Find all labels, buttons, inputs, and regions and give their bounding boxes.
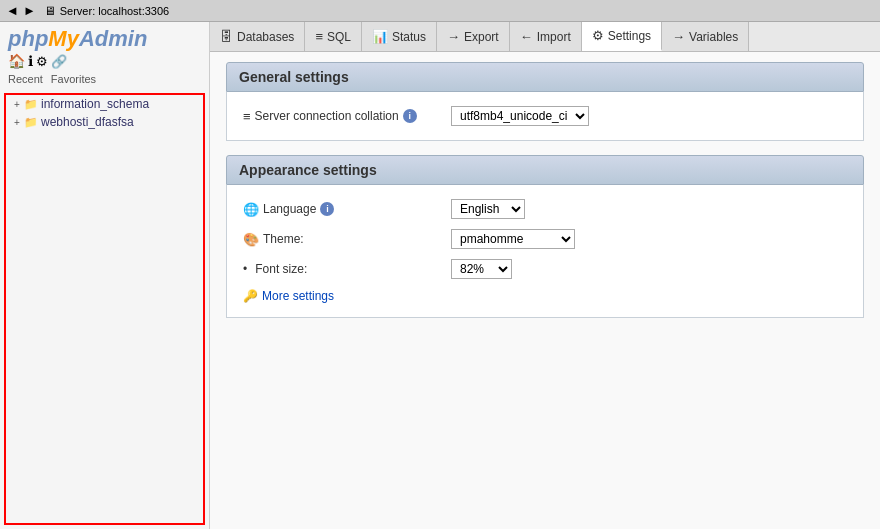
variables-tab-icon: → (672, 29, 685, 44)
logo-area: phpMyAdmin 🏠 ℹ ⚙ 🔗 (0, 22, 209, 71)
tab-export-label: Export (464, 30, 499, 44)
favorites-link[interactable]: Favorites (51, 73, 96, 85)
tab-import[interactable]: ← Import (510, 22, 582, 51)
content-body: General settings ≡ Server connection col… (210, 52, 880, 529)
collation-select[interactable]: utf8mb4_unicode_ci utf8_general_ci utf8m… (451, 106, 589, 126)
fontsize-label-area: • Font size: (243, 262, 443, 276)
top-bar: ◄ ► 🖥 Server: localhost:3306 (0, 0, 880, 22)
tab-status[interactable]: 📊 Status (362, 22, 437, 51)
appearance-settings-body: 🌐 Language i English French German Spani… (226, 185, 864, 318)
language-label: Language (263, 202, 316, 216)
tab-status-label: Status (392, 30, 426, 44)
tab-variables[interactable]: → Variables (662, 22, 749, 51)
language-info-icon[interactable]: i (320, 202, 334, 216)
home-icon[interactable]: 🏠 (8, 53, 25, 69)
theme-icon: 🎨 (243, 232, 259, 247)
db-icon: 📁 (24, 98, 38, 111)
language-icon: 🌐 (243, 202, 259, 217)
settings-tab-icon: ⚙ (592, 28, 604, 43)
tab-databases-label: Databases (237, 30, 294, 44)
theme-label-area: 🎨 Theme: (243, 232, 443, 247)
appearance-settings-section: Appearance settings 🌐 Language i English… (226, 155, 864, 318)
fontsize-label: Font size: (255, 262, 307, 276)
theme-select[interactable]: pmahomme original pmahomme_dark (451, 229, 575, 249)
general-settings-body: ≡ Server connection collation i utf8mb4_… (226, 92, 864, 141)
tab-settings[interactable]: ⚙ Settings (582, 22, 662, 51)
general-settings-section: General settings ≡ Server connection col… (226, 62, 864, 141)
import-tab-icon: ← (520, 29, 533, 44)
sidebar: phpMyAdmin 🏠 ℹ ⚙ 🔗 Recent Favorites + 📁 … (0, 22, 210, 529)
language-label-area: 🌐 Language i (243, 202, 443, 217)
logo-php: php (8, 26, 48, 51)
link-icon[interactable]: 🔗 (51, 54, 67, 69)
more-settings-icon: 🔑 (243, 289, 258, 303)
theme-label: Theme: (263, 232, 304, 246)
logo-admin: Admin (79, 26, 147, 51)
collation-label-area: ≡ Server connection collation i (243, 109, 443, 124)
server-icon: 🖥 (44, 4, 56, 18)
db-item-information-schema[interactable]: + 📁 information_schema (6, 95, 203, 113)
db-expand-icon-2: + (10, 117, 24, 128)
db-item-webhosti[interactable]: + 📁 webhosti_dfasfsa (6, 113, 203, 131)
logo: phpMyAdmin (8, 28, 201, 50)
fontsize-select[interactable]: 82% 100% 120% 80% (451, 259, 512, 279)
tab-sql[interactable]: ≡ SQL (305, 22, 362, 51)
collation-row: ≡ Server connection collation i utf8mb4_… (243, 106, 847, 126)
language-row: 🌐 Language i English French German Spani… (243, 199, 847, 219)
nav-links: Recent Favorites (0, 71, 209, 89)
content-area: 🗄 Databases ≡ SQL 📊 Status → Export ← Im… (210, 22, 880, 529)
nav-fwd-btn[interactable]: ► (23, 3, 36, 18)
tab-import-label: Import (537, 30, 571, 44)
collation-info-icon[interactable]: i (403, 109, 417, 123)
fontsize-row: • Font size: 82% 100% 120% 80% (243, 259, 847, 279)
status-tab-icon: 📊 (372, 29, 388, 44)
settings-icon[interactable]: ⚙ (36, 54, 48, 69)
collation-label: Server connection collation (255, 109, 399, 123)
db-list-area: + 📁 information_schema + 📁 webhosti_dfas… (4, 93, 205, 525)
fontsize-bullet: • (243, 262, 247, 276)
db-expand-icon: + (10, 99, 24, 110)
theme-row: 🎨 Theme: pmahomme original pmahomme_dark (243, 229, 847, 249)
db-icon-2: 📁 (24, 116, 38, 129)
tab-settings-label: Settings (608, 29, 651, 43)
tab-sql-label: SQL (327, 30, 351, 44)
info-icon-btn[interactable]: ℹ (28, 53, 33, 69)
appearance-settings-title: Appearance settings (239, 162, 377, 178)
tab-databases[interactable]: 🗄 Databases (210, 22, 305, 51)
more-settings-label: More settings (262, 289, 334, 303)
language-select[interactable]: English French German Spanish (451, 199, 525, 219)
db-name: information_schema (41, 97, 149, 111)
logo-icons: 🏠 ℹ ⚙ 🔗 (8, 53, 201, 69)
db-name-2: webhosti_dfasfsa (41, 115, 134, 129)
general-settings-title: General settings (239, 69, 349, 85)
export-tab-icon: → (447, 29, 460, 44)
sql-tab-icon: ≡ (315, 29, 323, 44)
more-settings-link[interactable]: 🔑 More settings (243, 289, 847, 303)
appearance-settings-header: Appearance settings (226, 155, 864, 185)
server-label: Server: localhost:3306 (60, 5, 169, 17)
tab-variables-label: Variables (689, 30, 738, 44)
databases-tab-icon: 🗄 (220, 29, 233, 44)
tab-bar: 🗄 Databases ≡ SQL 📊 Status → Export ← Im… (210, 22, 880, 52)
tab-export[interactable]: → Export (437, 22, 510, 51)
logo-my: My (48, 26, 79, 51)
collation-icon: ≡ (243, 109, 251, 124)
general-settings-header: General settings (226, 62, 864, 92)
nav-back-btn[interactable]: ◄ (6, 3, 19, 18)
recent-link[interactable]: Recent (8, 73, 43, 85)
